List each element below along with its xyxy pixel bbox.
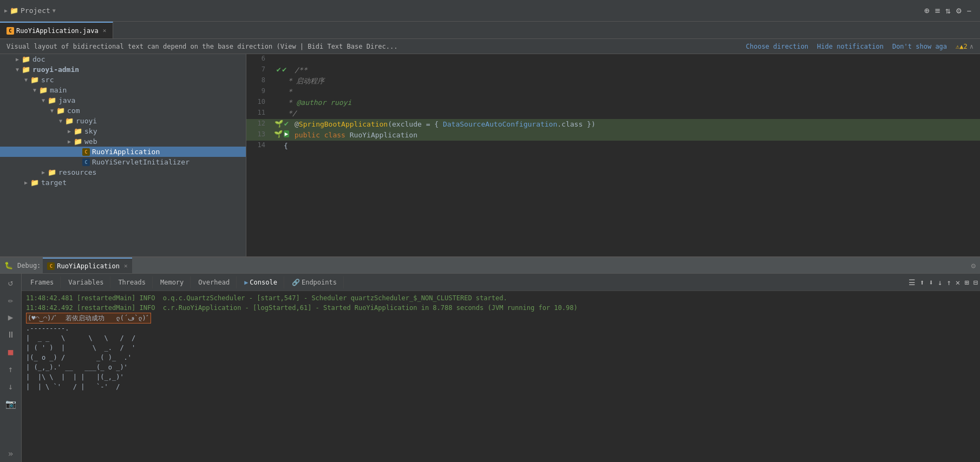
tree-item-ruoyi[interactable]: ▼ 📁 ruoyi — [0, 116, 246, 126]
debug-edit-icon[interactable]: ✏ — [3, 293, 18, 306]
console-line-8: | (_,_).' __ ___(_ o _)' — [26, 362, 976, 372]
debug-action-x[interactable]: ✕ — [956, 278, 960, 287]
debug-settings-icon[interactable]: ⚙ — [971, 261, 976, 270]
label-ruoyiapplication: RuoYiApplication — [92, 148, 160, 156]
arrow-main: ▼ — [30, 87, 39, 93]
tree-item-java[interactable]: ▼ 📁 java — [0, 95, 246, 105]
debug-up-icon[interactable]: ↑ — [3, 362, 18, 375]
tree-item-main[interactable]: ▼ 📁 main — [0, 85, 246, 95]
arrow-sky: ▶ — [65, 128, 74, 134]
debug-session-close[interactable]: ✕ — [124, 262, 128, 269]
debug-session-icon: C — [47, 262, 55, 270]
folder-sky-icon: 📁 — [74, 127, 82, 135]
console-output[interactable]: 11:48:42.481 [restartedMain] INFO o.q.c.… — [22, 291, 980, 462]
debug-tab-overhead[interactable]: Overhead — [192, 276, 237, 288]
warning-collapse-icon[interactable]: ∧ — [970, 43, 974, 50]
arrow-ruoyi: ▼ — [56, 118, 65, 124]
gutter-run-btn[interactable]: ▶ — [284, 130, 290, 137]
folder-doc-icon: 📁 — [22, 55, 30, 63]
tree-item-com[interactable]: ▼ 📁 com — [0, 105, 246, 116]
gutter-13: 🌱 ▶ — [271, 130, 292, 138]
debug-pause-icon[interactable]: ⏸ — [3, 328, 18, 341]
top-toolbar: ▶ 📁 Project ▼ ⊕ ≡ ⇅ ⚙ − — [0, 0, 980, 22]
code-line-11: 11 */ — [246, 108, 980, 119]
project-dropdown-icon[interactable]: ▼ — [53, 8, 56, 14]
debug-down-icon[interactable]: ↓ — [3, 380, 18, 393]
debug-action-down2[interactable]: ⬇ — [929, 278, 933, 287]
line-content-12: @SpringBootApplication(exclude = { DataS… — [292, 119, 980, 130]
debug-more-icon[interactable]: » — [3, 447, 18, 460]
project-label: ▶ 📁 Project ▼ — [4, 6, 56, 15]
debug-action-up2[interactable]: ↑ — [946, 278, 951, 287]
endpoints-icon: 🔗 — [292, 279, 300, 286]
console-line-6: | ( ' ) | \ _. / ' — [26, 343, 976, 353]
warning-badge: ⚠▲2 — [956, 43, 968, 50]
folder-web-icon: 📁 — [74, 137, 82, 146]
toolbar-icons: ⊕ ≡ ⇅ ⚙ − — [924, 5, 971, 16]
debug-action-cols[interactable]: ⊟ — [974, 278, 978, 287]
debug-tab-variables[interactable]: Variables — [62, 276, 110, 288]
tree-item-sky[interactable]: ▶ 📁 sky — [0, 126, 246, 136]
console-line-1: 11:48:42.481 [restartedMain] INFO o.q.c.… — [26, 293, 976, 303]
debug-side-icons: ↺ ✏ ▶ ⏸ ■ ↑ ↓ 📷 » — [0, 274, 22, 462]
debug-session-tab[interactable]: C RuoYiApplication ✕ — [43, 258, 132, 273]
hide-notification-link[interactable]: Hide notification — [817, 43, 884, 50]
toolbar-navigate-icon[interactable]: ⊕ — [924, 5, 930, 16]
debug-tab-memory[interactable]: Memory — [154, 276, 191, 288]
tab-close-icon[interactable]: ✕ — [103, 27, 107, 34]
debug-action-grid[interactable]: ⊞ — [964, 278, 969, 287]
arrow-java: ▼ — [39, 97, 48, 103]
tab-java-icon: C — [6, 27, 14, 35]
debug-camera-icon[interactable]: 📷 — [3, 397, 18, 410]
project-title: Project — [21, 6, 50, 15]
folder-java-icon: 📁 — [48, 96, 56, 104]
line-content-9: * — [282, 87, 980, 97]
tree-item-src[interactable]: ▼ 📁 src — [0, 75, 246, 85]
toolbar-settings-icon[interactable]: ⚙ — [956, 5, 962, 16]
arrow-resources: ▶ — [39, 169, 48, 175]
tree-item-ruoyiservlet[interactable]: ▶ C RuoYiServletInitializer — [0, 157, 246, 167]
line-content-13: public class RuoYiApplication — [292, 130, 980, 141]
console-line-9: | |\ \ | | | |(_,_)' — [26, 372, 976, 382]
debug-title-label: Debug: — [17, 262, 41, 269]
tree-item-ruoyi-admin[interactable]: ▼ 📁 ruoyi-admin — [0, 64, 246, 75]
toolbar-sort-icon[interactable]: ⇅ — [945, 5, 951, 16]
line-num-9: 9 — [246, 87, 271, 95]
debug-action-down3[interactable]: ↓ — [938, 278, 942, 287]
debug-action-list[interactable]: ☰ — [909, 278, 916, 287]
debug-main-area: ↺ ✏ ▶ ⏸ ■ ↑ ↓ 📷 » Frames Variables Threa… — [0, 274, 980, 462]
tree-item-ruoyiapplication[interactable]: ▶ C RuoYiApplication — [0, 147, 246, 157]
arrow-com: ▼ — [48, 108, 56, 114]
tab-label: RuoYiApplication.java — [16, 27, 99, 35]
main-area: ▶ 📁 doc ▼ 📁 ruoyi-admin ▼ 📁 src ▼ 📁 main — [0, 54, 980, 256]
line-num-8: 8 — [246, 76, 271, 84]
debug-tab-endpoints[interactable]: 🔗Endpoints — [285, 276, 344, 288]
tree-item-web[interactable]: ▶ 📁 web — [0, 136, 246, 147]
toolbar-minimize-icon[interactable]: − — [967, 6, 971, 15]
project-folder-icon: 📁 — [10, 6, 18, 15]
project-triangle: ▶ — [4, 8, 8, 14]
debug-tab-console[interactable]: ▶Console — [238, 276, 284, 288]
debug-tab-threads[interactable]: Threads — [112, 276, 153, 288]
arrow-target: ▶ — [22, 180, 30, 186]
code-editor[interactable]: 6 7 ✔ ✔ /** 8 * 启动程序 9 — [246, 54, 980, 256]
gutter-12: 🌱 ✔ — [271, 119, 292, 128]
tree-item-doc[interactable]: ▶ 📁 doc — [0, 54, 246, 64]
tree-item-target[interactable]: ▶ 📁 target — [0, 177, 246, 188]
gutter-green-checkmark: ✔ — [277, 65, 281, 74]
debug-play-icon[interactable]: ▶ — [3, 311, 18, 324]
choose-direction-link[interactable]: Choose direction — [746, 43, 809, 50]
debug-action-up[interactable]: ⬆ — [920, 278, 924, 287]
debug-content: Frames Variables Threads Memory Overhead… — [22, 274, 980, 462]
tab-ruoyiapplication[interactable]: C RuoYiApplication.java ✕ — [0, 22, 113, 38]
label-main: main — [50, 86, 67, 94]
toolbar-list-icon[interactable]: ≡ — [935, 5, 940, 16]
debug-tab-frames[interactable]: Frames — [24, 276, 61, 288]
tree-item-resources[interactable]: ▶ 📁 resources — [0, 167, 246, 177]
label-com: com — [67, 107, 80, 115]
dont-show-link[interactable]: Don't show aga — [892, 43, 947, 50]
debug-restart-icon[interactable]: ↺ — [3, 276, 18, 289]
notification-text: Visual layout of bidirectional text can … — [6, 43, 743, 50]
console-line-5: | _ _ \ \ \ / / — [26, 333, 976, 343]
debug-stop-icon[interactable]: ■ — [3, 345, 18, 358]
